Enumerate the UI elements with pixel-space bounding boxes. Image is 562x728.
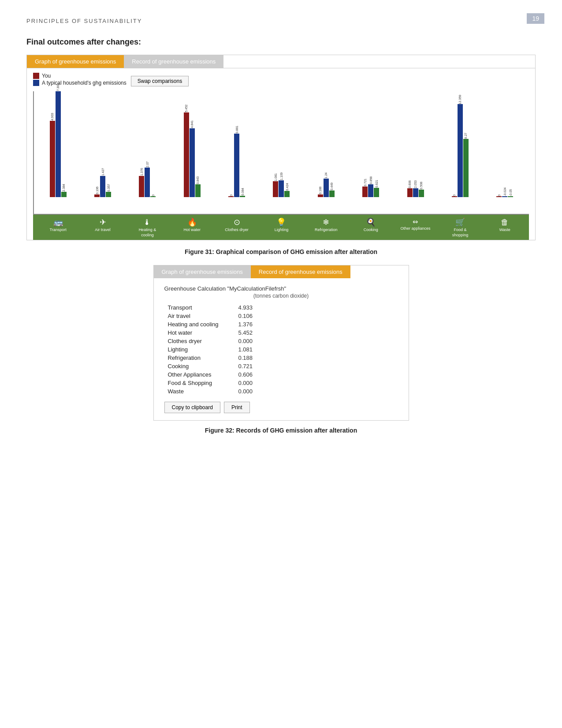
cat-heating: Heating &	[139, 228, 156, 233]
record-row-label: Lighting	[164, 345, 235, 354]
record-row-value: 0.106	[235, 312, 398, 320]
legend-typical-color	[33, 80, 39, 86]
print-button[interactable]: Print	[224, 402, 250, 413]
record-row-value: 0.000	[235, 337, 398, 345]
record-table-row: Waste0.000	[164, 387, 398, 396]
record-table-row: Lighting1.081	[164, 345, 398, 354]
tab-graph-record[interactable]: Graph of greenhouse emissions	[154, 265, 251, 278]
legend-you: You	[33, 73, 127, 79]
tab-graph-1[interactable]: Graph of greenhouse emissions	[27, 55, 124, 68]
legend-typical: A typical household's ghg emissions	[33, 80, 127, 86]
record-tabs: Graph of greenhouse emissions Record of …	[154, 265, 409, 278]
record-row-label: Hot water	[164, 329, 235, 337]
record-row-label: Transport	[164, 303, 235, 312]
legend-you-label: You	[42, 73, 51, 79]
record-table-row: Cooking0.721	[164, 362, 398, 370]
copy-to-clipboard-button[interactable]: Copy to clipboard	[164, 402, 220, 413]
tab-record-record[interactable]: Record of greenhouse emissions	[251, 265, 350, 278]
page: 19 PRINCIPLES OF SUSTAINABILITY Final ou…	[0, 0, 562, 461]
record-row-label: Refrigeration	[164, 354, 235, 362]
chart1-tabs: Graph of greenhouse emissions Record of …	[27, 55, 535, 68]
record-table-row: Refrigeration0.188	[164, 354, 398, 362]
record-row-label: Food & Shopping	[164, 379, 235, 387]
record-row-value: 4.933	[235, 303, 398, 312]
record-table-row: Food & Shopping0.000	[164, 379, 398, 387]
cat-food: Food &	[454, 228, 466, 233]
chart1-legend: You A typical household's ghg emissions	[33, 73, 127, 86]
legend-you-color	[33, 73, 39, 79]
page-header: PRINCIPLES OF SUSTAINABILITY	[26, 18, 536, 24]
record-table-row: Air travel0.106	[164, 312, 398, 320]
cat-hotwater: Hot water	[184, 228, 201, 233]
record-table-row: Hot water5.452	[164, 329, 398, 337]
record-buttons: Copy to clipboard Print	[164, 402, 398, 413]
page-number: 19	[527, 13, 544, 24]
figure32-caption: Figure 32: Records of GHG emission after…	[26, 427, 536, 434]
swap-comparisons-button[interactable]: Swap comparisons	[131, 76, 189, 86]
figure31-caption: Figure 31: Graphical comparison of GHG e…	[26, 248, 536, 255]
record-table: Transport4.933Air travel0.106Heating and…	[164, 303, 398, 396]
record-table-row: Transport4.933	[164, 303, 398, 312]
bars-container: 4.933 7.303 2.384	[34, 91, 529, 197]
cat-transport: Transport	[50, 228, 67, 233]
record-row-value: 0.606	[235, 370, 398, 379]
record-table-row: Clothes dryer0.000	[164, 337, 398, 345]
record-subtitle: (tonnes carbon dioxide)	[164, 293, 398, 299]
cat-shopping: shopping	[452, 233, 469, 238]
bar-chart-area: 4.933 7.303 2.384	[33, 91, 529, 215]
record-row-value: 1.081	[235, 345, 398, 354]
cat-dryer: Clothes dryer	[225, 228, 249, 233]
record-title: Greenhouse Calculation "MyCalculationFil…	[164, 285, 398, 292]
record-row-value: 0.000	[235, 387, 398, 396]
chart-bottom-bar: 🚌 Transport ✈ Air travel 🌡 Heating & coo…	[33, 215, 529, 240]
record-widget: Graph of greenhouse emissions Record of …	[153, 265, 409, 421]
record-row-label: Heating and cooling	[164, 320, 235, 329]
record-row-label: Cooking	[164, 362, 235, 370]
chart1-content: You A typical household's ghg emissions …	[27, 68, 535, 240]
cat-lighting: Lighting	[275, 228, 289, 233]
cat-waste: Waste	[499, 228, 510, 233]
cat-otherapp: Other appliances	[401, 226, 431, 231]
tab-record-1[interactable]: Record of greenhouse emissions	[124, 55, 223, 68]
record-row-value: 5.452	[235, 329, 398, 337]
record-row-label: Air travel	[164, 312, 235, 320]
record-content: Greenhouse Calculation "MyCalculationFil…	[154, 278, 409, 420]
record-row-value: 1.376	[235, 320, 398, 329]
cat-airtravel: Air travel	[95, 228, 111, 233]
record-row-label: Waste	[164, 387, 235, 396]
record-row-value: 0.721	[235, 362, 398, 370]
section-title: Final outcomes after changes:	[26, 37, 536, 47]
cat-cooling: cooling	[141, 233, 154, 238]
record-row-label: Other Appliances	[164, 370, 235, 379]
chart1-widget: Graph of greenhouse emissions Record of …	[26, 55, 536, 240]
record-table-row: Other Appliances0.606	[164, 370, 398, 379]
record-row-value: 0.000	[235, 379, 398, 387]
cat-refrigeration: Refrigeration	[315, 228, 338, 233]
record-row-label: Clothes dryer	[164, 337, 235, 345]
record-row-value: 0.188	[235, 354, 398, 362]
record-table-row: Heating and cooling1.376	[164, 320, 398, 329]
cat-cooking: Cooking	[364, 228, 378, 233]
